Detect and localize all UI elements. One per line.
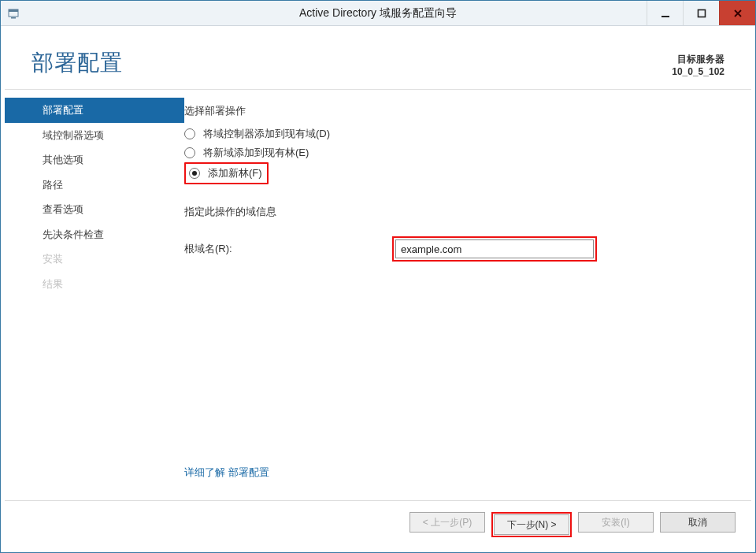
target-server-label: 目标服务器 [672, 53, 724, 65]
target-server-box: 目标服务器 10_0_5_102 [672, 48, 724, 78]
domain-info-heading: 指定此操作的域信息 [184, 205, 728, 219]
radio-icon [189, 168, 200, 179]
next-button[interactable]: 下一步(N) > [494, 514, 569, 535]
root-domain-highlight [392, 236, 597, 262]
learn-more-link[interactable]: 详细了解 部署配置 [184, 462, 728, 500]
app-icon [1, 1, 26, 25]
window-controls [647, 1, 755, 25]
root-domain-input[interactable] [395, 239, 594, 258]
target-server-value: 10_0_5_102 [672, 65, 724, 78]
maximize-button[interactable] [683, 1, 719, 25]
learn-more-topic: 部署配置 [228, 466, 269, 478]
header-row: 部署配置 目标服务器 10_0_5_102 [5, 26, 751, 90]
sidebar-item-dc-options[interactable]: 域控制器选项 [5, 123, 184, 148]
sidebar-item-additional[interactable]: 其他选项 [5, 147, 184, 173]
sidebar-item-results: 结果 [5, 272, 184, 297]
sidebar-item-review[interactable]: 查看选项 [5, 197, 184, 222]
learn-more-prefix: 详细了解 [184, 466, 225, 478]
page-title: 部署配置 [32, 48, 123, 78]
svg-rect-1 [9, 9, 18, 12]
root-domain-label: 根域名(R): [184, 242, 392, 256]
titlebar: Active Directory 域服务配置向导 [1, 1, 755, 26]
radio-add-new-forest[interactable]: 添加新林(F) [184, 162, 269, 184]
svg-rect-2 [11, 17, 16, 19]
body-row: 部署配置 域控制器选项 其他选项 路径 查看选项 先决条件检查 安装 结果 选择… [5, 90, 751, 500]
sidebar-item-paths[interactable]: 路径 [5, 173, 184, 198]
svg-rect-4 [698, 9, 705, 17]
radio-icon [184, 128, 195, 139]
minimize-button[interactable] [647, 1, 683, 25]
next-button-highlight: 下一步(N) > [491, 512, 572, 537]
wizard-window: Active Directory 域服务配置向导 部署配置 目标服务器 10_0… [0, 0, 756, 553]
operation-radio-group: 将域控制器添加到现有域(D) 将新域添加到现有林(E) 添加新林(F) [184, 124, 728, 184]
client-area: 部署配置 目标服务器 10_0_5_102 部署配置 域控制器选项 其他选项 路… [1, 26, 755, 552]
radio-label: 将域控制器添加到现有域(D) [203, 127, 330, 141]
install-button: 安装(I) [578, 512, 654, 533]
prev-button: < 上一步(P) [410, 512, 485, 533]
sidebar: 部署配置 域控制器选项 其他选项 路径 查看选项 先决条件检查 安装 结果 [5, 90, 184, 500]
sidebar-item-prereq-check[interactable]: 先决条件检查 [5, 222, 184, 247]
radio-add-domain-existing-forest[interactable]: 将新域添加到现有林(E) [184, 143, 728, 162]
sidebar-item-deployment-config[interactable]: 部署配置 [5, 98, 184, 123]
radio-icon [184, 147, 195, 158]
radio-label: 将新域添加到现有林(E) [203, 146, 309, 160]
window-title: Active Directory 域服务配置向导 [1, 1, 755, 25]
root-domain-row: 根域名(R): [184, 236, 728, 262]
cancel-button[interactable]: 取消 [660, 512, 736, 533]
main-panel: 选择部署操作 将域控制器添加到现有域(D) 将新域添加到现有林(E) 添加新林(… [184, 90, 751, 500]
button-bar: < 上一步(P) 下一步(N) > 安装(I) 取消 [5, 500, 751, 548]
radio-label: 添加新林(F) [208, 166, 262, 180]
operation-heading: 选择部署操作 [184, 104, 728, 118]
close-button[interactable] [719, 1, 755, 25]
radio-add-dc-existing-domain[interactable]: 将域控制器添加到现有域(D) [184, 124, 728, 143]
sidebar-item-install: 安装 [5, 247, 184, 272]
svg-rect-3 [662, 16, 669, 17]
